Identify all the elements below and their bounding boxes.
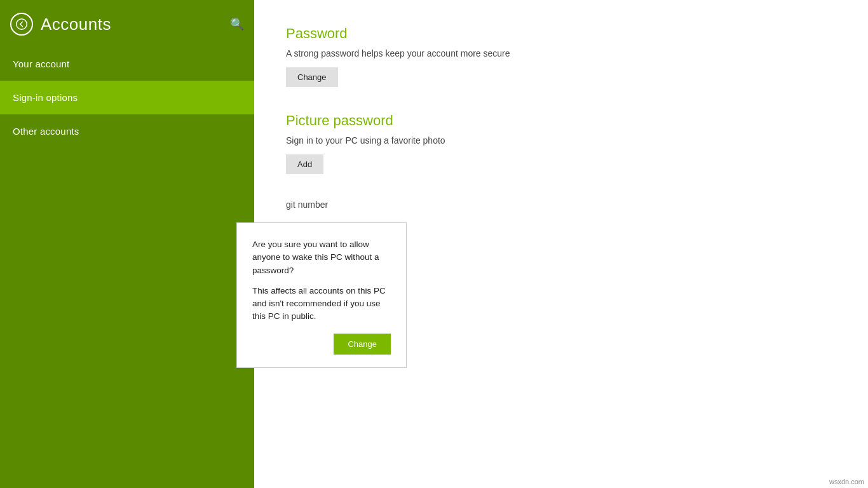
picture-password-add-button[interactable]: Add	[286, 154, 323, 174]
sidebar-title: Accounts	[41, 15, 111, 34]
sidebar: Accounts 🔍 Your account Sign-in options …	[0, 0, 254, 488]
dialog-change-button[interactable]: Change	[334, 334, 391, 355]
sidebar-header: Accounts 🔍	[0, 0, 254, 47]
picture-password-title: Picture password	[286, 112, 836, 129]
dialog-line1: Are you sure you want to allow anyone to…	[252, 238, 391, 277]
sidebar-item-other-accounts[interactable]: Other accounts	[0, 114, 254, 148]
password-section: Password A strong password helps keep yo…	[286, 25, 836, 87]
sidebar-item-your-account[interactable]: Your account	[0, 47, 254, 81]
watermark: wsxdn.com	[829, 478, 864, 485]
password-description: A strong password helps keep your accoun…	[286, 48, 836, 58]
svg-point-0	[17, 19, 27, 30]
dialog-actions: Change	[252, 334, 391, 355]
search-icon[interactable]: 🔍	[230, 17, 244, 31]
password-title: Password	[286, 25, 836, 42]
pin-section: git number	[286, 200, 836, 210]
picture-password-section: Picture password Sign in to your PC usin…	[286, 112, 836, 174]
password-change-button[interactable]: Change	[286, 67, 338, 87]
dialog-text: Are you sure you want to allow anyone to…	[252, 238, 391, 323]
dialog-line2: This affects all accounts on this PC and…	[252, 285, 391, 323]
pin-partial-text: git number	[286, 200, 836, 210]
picture-password-description: Sign in to your PC using a favorite phot…	[286, 135, 836, 146]
back-button[interactable]	[10, 13, 33, 36]
sidebar-item-sign-in-options[interactable]: Sign-in options	[0, 81, 254, 114]
confirmation-dialog: Are you sure you want to allow anyone to…	[236, 222, 407, 368]
